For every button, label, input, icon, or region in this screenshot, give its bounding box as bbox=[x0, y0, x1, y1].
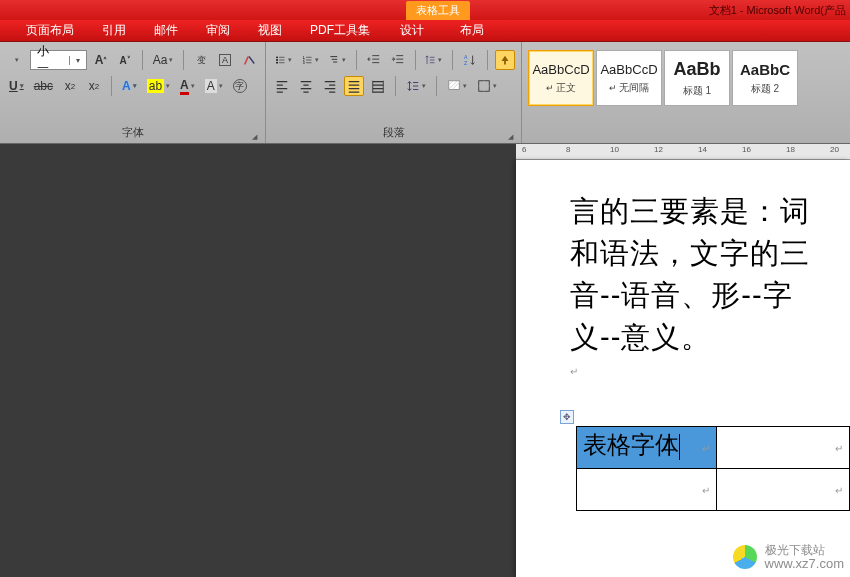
ribbon: 小一 ▾ A˄ A˅ Aa 变 A U abc x2 x2 A ab bbox=[0, 42, 850, 144]
sort-button[interactable]: AZ bbox=[460, 50, 480, 70]
style-heading-2[interactable]: AaBbC 标题 2 bbox=[732, 50, 798, 106]
show-marks-button[interactable] bbox=[495, 50, 515, 70]
clear-formatting-button[interactable] bbox=[239, 50, 259, 70]
text-effects-button[interactable]: A bbox=[119, 76, 140, 96]
separator bbox=[395, 76, 396, 96]
tab-table-design[interactable]: 设计 bbox=[382, 18, 442, 43]
tab-table-layout[interactable]: 布局 bbox=[442, 18, 502, 43]
character-border-button[interactable]: A bbox=[215, 50, 235, 70]
superscript-button[interactable]: x2 bbox=[84, 76, 104, 96]
font-size-dropdown-icon[interactable]: ▾ bbox=[69, 56, 86, 65]
table-row: ↵ ↵ bbox=[577, 469, 850, 511]
table-tools-label: 表格工具 bbox=[406, 1, 470, 20]
ribbon-group-font: 小一 ▾ A˄ A˅ Aa 变 A U abc x2 x2 A ab bbox=[0, 42, 266, 143]
numbering-button[interactable]: 123 bbox=[299, 50, 322, 70]
cell-mark-icon: ↵ bbox=[702, 442, 710, 453]
font-size-combo[interactable]: 小一 ▾ bbox=[30, 50, 87, 70]
cell-mark-icon: ↵ bbox=[835, 484, 843, 495]
subscript-button[interactable]: x2 bbox=[60, 76, 80, 96]
font-color-button[interactable]: A bbox=[177, 76, 198, 96]
line-spacing-button[interactable] bbox=[403, 76, 429, 96]
tab-references[interactable]: 引用 bbox=[88, 18, 140, 43]
watermark-logo-icon bbox=[731, 543, 759, 571]
paragraph-mark-icon: ↵ bbox=[609, 83, 617, 93]
paragraph-mark-icon: ↵ bbox=[546, 83, 554, 93]
table-row: 表格字体 ↵ ↵ bbox=[577, 427, 850, 469]
table-cell-selected[interactable]: 表格字体 ↵ bbox=[577, 427, 717, 469]
svg-text:A: A bbox=[464, 54, 468, 60]
document-title: 文档1 - Microsoft Word(产品 bbox=[709, 3, 846, 18]
borders-button[interactable] bbox=[474, 76, 500, 96]
highlight-button[interactable]: ab bbox=[144, 76, 173, 96]
document-page[interactable]: 言的三要素是：词 和语法，文字的三 音--语音、形--字 义--意义。 ↵ ✥ … bbox=[516, 160, 850, 577]
body-paragraph[interactable]: 言的三要素是：词 和语法，文字的三 音--语音、形--字 义--意义。 bbox=[570, 190, 850, 358]
table-move-handle-icon[interactable]: ✥ bbox=[560, 410, 574, 424]
enclose-characters-button[interactable]: 字 bbox=[230, 76, 250, 96]
paragraph-group-label: 段落 bbox=[272, 123, 515, 143]
font-group-label: 字体 bbox=[6, 123, 259, 143]
align-justify-button[interactable] bbox=[344, 76, 364, 96]
text-direction-button[interactable] bbox=[422, 50, 445, 70]
ribbon-group-paragraph: 123 AZ bbox=[266, 42, 522, 143]
watermark-url: www.xz7.com bbox=[765, 557, 844, 571]
separator bbox=[487, 50, 488, 70]
table-cell[interactable]: ↵ bbox=[717, 427, 850, 469]
ribbon-tabs: 页面布局 引用 邮件 审阅 视图 PDF工具集 设计 布局 bbox=[0, 20, 850, 42]
underline-button[interactable]: U bbox=[6, 76, 27, 96]
svg-text:3: 3 bbox=[303, 61, 305, 65]
cell-mark-icon: ↵ bbox=[835, 442, 843, 453]
watermark-text-cn: 极光下载站 bbox=[765, 543, 844, 557]
align-left-button[interactable] bbox=[272, 76, 292, 96]
table[interactable]: 表格字体 ↵ ↵ ↵ ↵ bbox=[576, 426, 850, 511]
paragraph-mark-icon: ↵ bbox=[570, 366, 850, 377]
style-sample: AaBbCcD bbox=[600, 62, 657, 77]
style-sample: AaBbC bbox=[740, 61, 790, 78]
table-cell[interactable]: ↵ bbox=[577, 469, 717, 511]
align-right-button[interactable] bbox=[320, 76, 340, 96]
table-container: ✥ 表格字体 ↵ ↵ ↵ ↵ bbox=[576, 426, 850, 511]
font-size-value: 小一 bbox=[31, 43, 69, 77]
increase-indent-button[interactable] bbox=[388, 50, 408, 70]
align-center-button[interactable] bbox=[296, 76, 316, 96]
strikethrough-button[interactable]: abc bbox=[31, 76, 56, 96]
distributed-button[interactable] bbox=[368, 76, 388, 96]
shrink-font-button[interactable]: A˅ bbox=[115, 50, 135, 70]
svg-point-0 bbox=[276, 56, 278, 58]
phonetic-guide-button[interactable]: 变 bbox=[191, 50, 211, 70]
separator bbox=[183, 50, 184, 70]
change-case-button[interactable]: Aa bbox=[150, 50, 176, 70]
tab-page-layout[interactable]: 页面布局 bbox=[12, 18, 88, 43]
separator bbox=[436, 76, 437, 96]
style-sample: AaBbCcD bbox=[532, 62, 589, 77]
ribbon-group-styles: AaBbCcD ↵正文 AaBbCcD ↵无间隔 AaBb 标题 1 AaBbC… bbox=[522, 42, 850, 143]
multilevel-list-button[interactable] bbox=[326, 50, 349, 70]
tab-mailings[interactable]: 邮件 bbox=[140, 18, 192, 43]
tab-pdf-tools[interactable]: PDF工具集 bbox=[296, 18, 384, 43]
style-sample: AaBb bbox=[673, 59, 720, 80]
title-bar: 表格工具 文档1 - Microsoft Word(产品 bbox=[0, 0, 850, 20]
tab-review[interactable]: 审阅 bbox=[192, 18, 244, 43]
bullets-button[interactable] bbox=[272, 50, 295, 70]
svg-point-1 bbox=[276, 59, 278, 61]
svg-text:Z: Z bbox=[464, 60, 468, 66]
tab-view[interactable]: 视图 bbox=[244, 18, 296, 43]
cell-mark-icon: ↵ bbox=[702, 484, 710, 495]
table-cell[interactable]: ↵ bbox=[717, 469, 850, 511]
table-cell-text: 表格字体 bbox=[583, 431, 679, 458]
horizontal-ruler[interactable]: 6 8 10 12 14 16 18 20 bbox=[516, 144, 850, 160]
grow-font-button[interactable]: A˄ bbox=[91, 50, 111, 70]
shading-button[interactable] bbox=[444, 76, 470, 96]
separator bbox=[452, 50, 453, 70]
style-no-spacing[interactable]: AaBbCcD ↵无间隔 bbox=[596, 50, 662, 106]
character-shading-button[interactable]: A bbox=[202, 76, 226, 96]
svg-point-2 bbox=[276, 62, 278, 64]
font-combo-edge[interactable] bbox=[6, 50, 26, 70]
separator bbox=[111, 76, 112, 96]
separator bbox=[415, 50, 416, 70]
separator bbox=[142, 50, 143, 70]
watermark: 极光下载站 www.xz7.com bbox=[731, 543, 844, 571]
style-heading-1[interactable]: AaBb 标题 1 bbox=[664, 50, 730, 106]
separator bbox=[356, 50, 357, 70]
style-normal[interactable]: AaBbCcD ↵正文 bbox=[528, 50, 594, 106]
decrease-indent-button[interactable] bbox=[364, 50, 384, 70]
